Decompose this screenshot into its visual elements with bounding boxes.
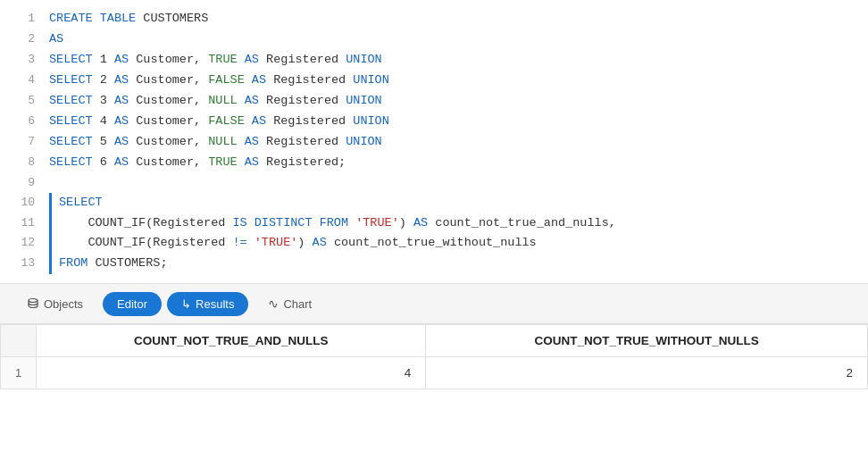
code-line: 5SELECT 3 AS Customer, NULL AS Registere…: [0, 91, 868, 112]
line-tokens: SELECT 2 AS Customer, FALSE AS Registere…: [49, 71, 868, 91]
results-table-container: COUNT_NOT_TRUE_AND_NULLSCOUNT_NOT_TRUE_W…: [0, 324, 868, 389]
row-number: 1: [1, 357, 37, 389]
results-table: COUNT_NOT_TRUE_AND_NULLSCOUNT_NOT_TRUE_W…: [0, 324, 868, 389]
line-number: 1: [0, 9, 49, 29]
code-line: 10SELECT: [0, 193, 868, 213]
row-number-header: [1, 325, 37, 357]
line-content: COUNT_IF(Registered IS DISTINCT FROM 'TR…: [49, 213, 868, 234]
code-line: 1CREATE TABLE CUSTOMERS: [0, 9, 868, 29]
line-number: 11: [0, 213, 49, 233]
code-line: 12 COUNT_IF(Registered != 'TRUE') AS cou…: [0, 233, 868, 254]
line-content: COUNT_IF(Registered != 'TRUE') AS count_…: [49, 233, 868, 254]
chart-button[interactable]: ∿ Chart: [254, 291, 326, 316]
code-line: 2AS: [0, 29, 868, 50]
line-content: SELECT 6 AS Customer, TRUE AS Registered…: [49, 153, 868, 173]
line-content: AS: [49, 29, 868, 50]
line-number: 12: [0, 233, 49, 253]
line-number: 13: [0, 254, 49, 273]
line-tokens: SELECT 1 AS Customer, TRUE AS Registered…: [49, 50, 868, 71]
line-number: 9: [0, 173, 49, 193]
line-number: 6: [0, 112, 49, 131]
column-header: COUNT_NOT_TRUE_AND_NULLS: [37, 325, 426, 357]
line-tokens: CREATE TABLE CUSTOMERS: [49, 9, 868, 29]
line-content: SELECT 2 AS Customer, FALSE AS Registere…: [49, 71, 868, 91]
chart-icon: ∿: [268, 296, 279, 311]
code-line: 6SELECT 4 AS Customer, FALSE AS Register…: [0, 112, 868, 132]
line-tokens: FROM CUSTOMERS;: [59, 254, 868, 274]
line-number: 4: [0, 71, 49, 90]
line-content: SELECT 1 AS Customer, TRUE AS Registered…: [49, 50, 868, 71]
results-button[interactable]: ↳ Results: [167, 292, 248, 316]
line-content: FROM CUSTOMERS;: [49, 254, 868, 274]
cell-count-not-true-without-nulls: 2: [426, 357, 868, 389]
cell-count-not-true-and-nulls: 4: [37, 357, 426, 389]
svg-point-0: [29, 299, 38, 303]
line-number: 10: [0, 193, 49, 213]
code-line: 13FROM CUSTOMERS;: [0, 254, 868, 274]
code-line: 9: [0, 173, 868, 193]
toolbar: Objects Editor ↳ Results ∿ Chart: [0, 284, 868, 324]
column-header: COUNT_NOT_TRUE_WITHOUT_NULLS: [426, 325, 868, 357]
editor-button[interactable]: Editor: [103, 292, 162, 316]
table-row: 142: [1, 357, 868, 389]
code-line: 4SELECT 2 AS Customer, FALSE AS Register…: [0, 71, 868, 91]
line-content: SELECT 3 AS Customer, NULL AS Registered…: [49, 91, 868, 112]
line-number: 5: [0, 91, 49, 111]
line-tokens: SELECT 4 AS Customer, FALSE AS Registere…: [49, 112, 868, 132]
code-line: 11 COUNT_IF(Registered IS DISTINCT FROM …: [0, 213, 868, 234]
line-number: 7: [0, 132, 49, 152]
line-tokens: SELECT 3 AS Customer, NULL AS Registered…: [49, 91, 868, 112]
line-number: 2: [0, 29, 49, 49]
line-tokens: SELECT 5 AS Customer, NULL AS Registered…: [49, 132, 868, 153]
line-content: SELECT 5 AS Customer, NULL AS Registered…: [49, 132, 868, 153]
line-number: 3: [0, 50, 49, 70]
objects-button[interactable]: Objects: [13, 292, 97, 316]
code-line: 7SELECT 5 AS Customer, NULL AS Registere…: [0, 132, 868, 153]
line-tokens: SELECT: [59, 193, 868, 213]
line-tokens: COUNT_IF(Registered IS DISTINCT FROM 'TR…: [59, 213, 868, 234]
line-content: SELECT: [49, 193, 868, 213]
line-number: 8: [0, 153, 49, 172]
code-line: 3SELECT 1 AS Customer, TRUE AS Registere…: [0, 50, 868, 71]
line-tokens: SELECT 6 AS Customer, TRUE AS Registered…: [49, 153, 868, 173]
line-tokens: COUNT_IF(Registered != 'TRUE') AS count_…: [59, 233, 868, 254]
line-content: SELECT 4 AS Customer, FALSE AS Registere…: [49, 112, 868, 132]
code-line: 8SELECT 6 AS Customer, TRUE AS Registere…: [0, 153, 868, 173]
arrow-icon: ↳: [181, 297, 191, 311]
line-tokens: AS: [49, 29, 868, 50]
code-editor: 1CREATE TABLE CUSTOMERS2AS3SELECT 1 AS C…: [0, 0, 868, 284]
database-icon: [27, 297, 39, 310]
line-content: CREATE TABLE CUSTOMERS: [49, 9, 868, 29]
